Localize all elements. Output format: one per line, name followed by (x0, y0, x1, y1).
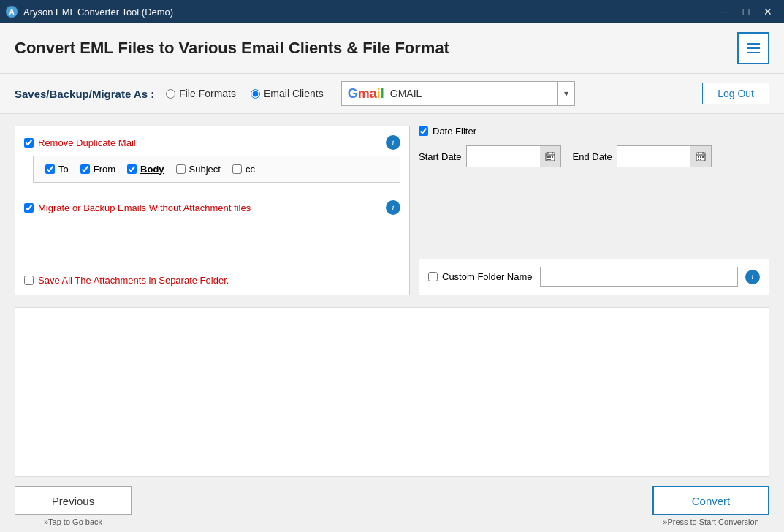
remove-duplicate-checkbox[interactable] (24, 138, 34, 148)
end-date-input[interactable] (617, 146, 690, 167)
main-content: Remove Duplicate Mail i To From Body (0, 114, 784, 307)
migrate-text: Migrate or Backup Emails Without Attachm… (38, 202, 251, 213)
save-attachments-checkbox-label[interactable]: Save All The Attachments in Separate Fol… (24, 275, 400, 286)
migrate-checkbox-label[interactable]: Migrate or Backup Emails Without Attachm… (24, 202, 251, 213)
app-icon: A (6, 6, 18, 18)
gmail-logo-icon: Gmail (348, 86, 384, 102)
from-option[interactable]: From (80, 164, 115, 175)
svg-rect-13 (698, 156, 699, 158)
migrate-checkbox[interactable] (24, 203, 34, 213)
previous-hint: »Tap to Go back (44, 517, 102, 526)
save-attachments-section: Save All The Attachments in Separate Fol… (24, 275, 400, 286)
remove-duplicate-text: Remove Duplicate Mail (38, 137, 136, 148)
log-area (15, 307, 769, 478)
svg-rect-7 (547, 159, 549, 160)
chevron-down-icon: ▾ (557, 82, 568, 105)
bottom-bar: Previous »Tap to Go back Convert »Press … (0, 477, 784, 532)
body-checkbox[interactable] (127, 164, 137, 174)
logout-button[interactable]: Log Out (702, 83, 769, 104)
minimize-button[interactable]: ─ (714, 4, 734, 20)
end-date-label: End Date (573, 151, 612, 162)
previous-button[interactable]: Previous (15, 486, 132, 515)
remove-duplicate-checkbox-label[interactable]: Remove Duplicate Mail (24, 137, 136, 148)
body-label: Body (140, 164, 164, 175)
bottom-left: Previous »Tap to Go back (15, 486, 132, 526)
svg-rect-16 (698, 159, 699, 160)
saves-label: Saves/Backup/Migrate As : (15, 88, 154, 100)
calendar-icon (696, 151, 706, 162)
migrate-info-button[interactable]: i (386, 200, 400, 215)
end-date-input-wrap (617, 145, 712, 167)
save-type-radio-group: File Formats Email Clients (166, 88, 324, 99)
right-spacer (419, 179, 769, 247)
subject-label: Subject (189, 164, 221, 175)
cc-checkbox[interactable] (232, 164, 242, 174)
migrate-section: Migrate or Backup Emails Without Attachm… (24, 200, 400, 215)
convert-button[interactable]: Convert (652, 486, 769, 515)
subject-checkbox[interactable] (176, 164, 186, 174)
svg-rect-4 (547, 156, 549, 158)
hamburger-menu-button[interactable] (737, 32, 769, 64)
date-filter-checkbox-label[interactable]: Date Filter (419, 126, 769, 137)
file-formats-option[interactable]: File Formats (166, 88, 236, 99)
start-date-field: Start Date (419, 145, 561, 167)
start-date-input-wrap (466, 145, 561, 167)
custom-folder-section: Custom Folder Name i (419, 259, 769, 295)
from-label: From (94, 164, 115, 175)
remove-duplicate-info-button[interactable]: i (386, 135, 400, 150)
to-label: To (58, 164, 69, 175)
save-attachments-checkbox[interactable] (24, 276, 34, 285)
custom-folder-checkbox-label[interactable]: Custom Folder Name (428, 271, 533, 282)
toolbar: Saves/Backup/Migrate As : File Formats E… (0, 74, 784, 114)
svg-rect-17 (700, 159, 701, 160)
date-filter-label: Date Filter (433, 126, 476, 137)
menu-line (747, 43, 760, 45)
svg-rect-8 (549, 159, 551, 160)
right-panel: Date Filter Start Date (419, 126, 769, 295)
start-date-calendar-button[interactable] (540, 146, 560, 167)
svg-rect-6 (552, 156, 553, 158)
body-option[interactable]: Body (127, 164, 164, 175)
dedup-options-panel: To From Body Subject cc (33, 156, 400, 183)
start-date-label: Start Date (419, 151, 462, 162)
date-filter-checkbox[interactable] (419, 126, 428, 136)
title-bar: A Aryson EML Converter Tool (Demo) ─ □ ✕ (0, 0, 784, 23)
convert-hint: »Press to Start Conversion (663, 517, 758, 526)
start-date-input[interactable] (467, 146, 540, 167)
menu-line (747, 48, 760, 49)
from-checkbox[interactable] (80, 164, 90, 174)
custom-folder-info-button[interactable]: i (745, 270, 760, 284)
close-button[interactable]: ✕ (758, 4, 778, 20)
remove-duplicate-section: Remove Duplicate Mail i To From Body (24, 135, 400, 183)
maximize-button[interactable]: □ (736, 4, 756, 20)
app-title: Aryson EML Converter Tool (Demo) (23, 7, 173, 18)
custom-folder-input[interactable] (540, 267, 738, 287)
to-checkbox[interactable] (45, 164, 55, 174)
email-clients-radio[interactable] (251, 89, 260, 99)
gmail-selected-text: GMAIL (390, 88, 552, 99)
menu-line (747, 52, 760, 53)
end-date-field: End Date (573, 145, 712, 167)
left-panel: Remove Duplicate Mail i To From Body (15, 126, 410, 295)
migrate-header: Migrate or Backup Emails Without Attachm… (24, 200, 400, 215)
file-formats-label: File Formats (179, 88, 236, 99)
file-formats-radio[interactable] (166, 89, 175, 99)
remove-duplicate-header: Remove Duplicate Mail i (24, 135, 400, 150)
header: Convert EML Files to Various Email Clien… (0, 23, 784, 74)
window-controls: ─ □ ✕ (714, 4, 778, 20)
date-row: Start Date (419, 145, 769, 167)
spacer (24, 227, 400, 263)
svg-rect-15 (702, 156, 704, 158)
title-bar-left: A Aryson EML Converter Tool (Demo) (6, 6, 173, 18)
to-option[interactable]: To (45, 164, 69, 175)
cc-label: cc (246, 164, 255, 175)
date-filter-section: Date Filter Start Date (419, 126, 769, 167)
save-attachments-text: Save All The Attachments in Separate Fol… (38, 275, 229, 286)
custom-folder-checkbox[interactable] (428, 272, 438, 281)
gmail-dropdown[interactable]: Gmail GMAIL ▾ (341, 81, 575, 106)
bottom-right: Convert »Press to Start Conversion (652, 486, 769, 526)
end-date-calendar-button[interactable] (690, 146, 711, 167)
subject-option[interactable]: Subject (176, 164, 221, 175)
cc-option[interactable]: cc (232, 164, 255, 175)
email-clients-option[interactable]: Email Clients (251, 88, 324, 99)
